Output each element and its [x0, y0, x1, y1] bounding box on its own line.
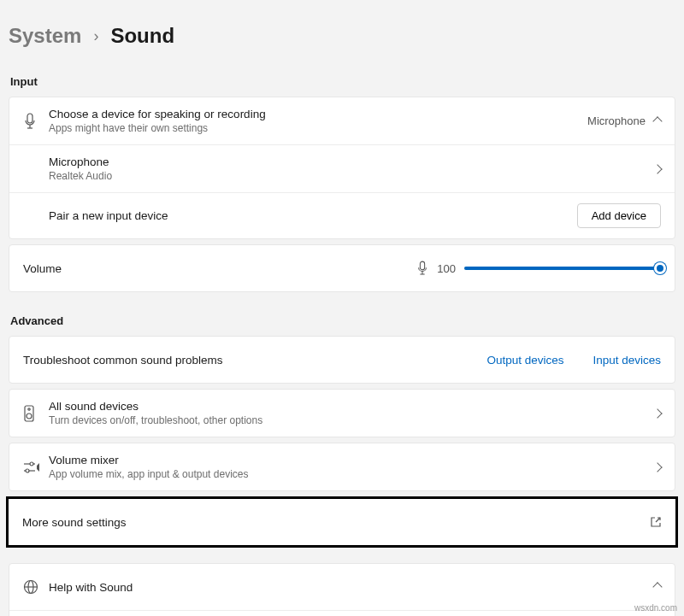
- volume-mixer-row[interactable]: Volume mixer App volume mix, app input &…: [9, 443, 675, 490]
- svg-line-13: [656, 518, 660, 522]
- all-sound-devices-row[interactable]: All sound devices Turn devices on/off, t…: [9, 390, 675, 437]
- svg-rect-3: [421, 261, 425, 270]
- pair-title: Pair a new input device: [49, 209, 577, 222]
- svg-point-8: [27, 414, 32, 419]
- chevron-right-icon: [652, 462, 662, 472]
- svg-rect-0: [27, 114, 32, 123]
- all-sound-devices-card[interactable]: All sound devices Turn devices on/off, t…: [9, 389, 675, 437]
- output-devices-link[interactable]: Output devices: [486, 354, 563, 367]
- more-sound-settings-row[interactable]: More sound settings: [9, 499, 675, 545]
- volume-mixer-card[interactable]: Volume mixer App volume mix, app input &…: [9, 443, 675, 491]
- selected-input-device: Microphone: [587, 114, 646, 127]
- breadcrumb-parent[interactable]: System: [9, 24, 81, 48]
- volume-card: Volume 100: [9, 244, 675, 292]
- microphone-subtitle: Realtek Audio: [49, 170, 654, 182]
- more-sound-settings-card[interactable]: More sound settings: [6, 496, 678, 548]
- troubleshoot-card: Troubleshoot common sound problems Outpu…: [9, 336, 675, 384]
- section-advanced-label: Advanced: [10, 314, 674, 327]
- mixer-title: Volume mixer: [49, 454, 654, 466]
- choose-input-device-row[interactable]: Choose a device for speaking or recordin…: [9, 97, 675, 144]
- section-input-label: Input: [10, 75, 674, 88]
- more-settings-title: More sound settings: [22, 516, 650, 529]
- volume-label: Volume: [23, 262, 416, 275]
- svg-point-11: [30, 462, 33, 466]
- chevron-right-icon: [652, 164, 662, 173]
- all-devices-subtitle: Turn devices on/off, troubleshoot, other…: [49, 414, 654, 426]
- input-volume-row: Volume 100: [9, 245, 675, 291]
- chevron-up-icon: [652, 582, 662, 591]
- all-devices-title: All sound devices: [49, 400, 654, 413]
- troubleshoot-title: Troubleshoot common sound problems: [23, 354, 486, 367]
- watermark: wsxdn.com: [634, 603, 677, 613]
- globe-icon: [23, 579, 49, 595]
- microphone-icon[interactable]: [416, 261, 428, 276]
- microphone-device-row[interactable]: Microphone Realtek Audio: [9, 144, 675, 192]
- mixer-subtitle: App volume mix, app input & output devic…: [49, 468, 654, 480]
- speaker-device-icon: [23, 405, 49, 422]
- help-card: Help with Sound Setting up a microphone: [9, 563, 675, 616]
- svg-point-12: [26, 469, 29, 472]
- external-link-icon: [650, 516, 662, 528]
- help-title: Help with Sound: [49, 581, 654, 594]
- input-devices-link[interactable]: Input devices: [593, 354, 661, 367]
- volume-slider[interactable]: [464, 267, 661, 270]
- microphone-title: Microphone: [49, 155, 654, 168]
- choose-input-subtitle: Apps might have their own settings: [49, 122, 587, 134]
- chevron-up-icon: [652, 116, 662, 126]
- chevron-right-icon: ›: [93, 27, 98, 45]
- mixer-icon: [23, 461, 49, 474]
- microphone-icon: [23, 113, 49, 130]
- volume-value: 100: [437, 262, 456, 275]
- troubleshoot-row: Troubleshoot common sound problems Outpu…: [9, 337, 675, 383]
- choose-input-title: Choose a device for speaking or recordin…: [49, 108, 587, 120]
- chevron-right-icon: [652, 408, 662, 418]
- breadcrumb: System › Sound: [9, 0, 675, 65]
- page-title: Sound: [110, 24, 174, 48]
- help-links: Setting up a microphone: [9, 610, 675, 616]
- add-device-button[interactable]: Add device: [577, 203, 661, 228]
- svg-point-7: [28, 408, 30, 409]
- pair-device-row: Pair a new input device Add device: [9, 192, 675, 238]
- help-header-row[interactable]: Help with Sound: [9, 564, 675, 610]
- input-device-card: Choose a device for speaking or recordin…: [9, 97, 675, 239]
